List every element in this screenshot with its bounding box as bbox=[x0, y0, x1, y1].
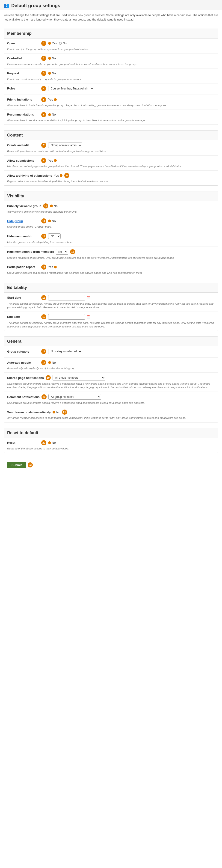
desc-create-edit: Roles with permission to create and edit… bbox=[7, 149, 215, 153]
setting-label-hide-membership-from-members: Hide membership from members bbox=[7, 250, 54, 253]
setting-label-controlled: Controlled bbox=[7, 57, 39, 60]
setting-label-send-forum-posts: Send forum posts immediately bbox=[7, 410, 51, 414]
setting-label-recommendations: Recommendations bbox=[7, 113, 39, 116]
badge-23: 23 bbox=[28, 462, 33, 467]
setting-friend-invitations: Friend invitations 5 Yes Allow members t… bbox=[4, 95, 218, 110]
setting-create-edit: Create and edit 7 Group administrators A… bbox=[4, 140, 218, 156]
setting-end-date: End date 16 📅 The group cannot be edited… bbox=[4, 312, 218, 331]
badge-4: 4 bbox=[41, 86, 46, 91]
submit-button[interactable]: Submit bbox=[7, 462, 26, 468]
section-content: Content Create and edit 7 Group administ… bbox=[4, 130, 218, 186]
desc-friend-invitations: Allow members to invite friends to join … bbox=[7, 103, 215, 107]
setting-label-participation-report: Participation report bbox=[7, 265, 39, 269]
setting-value-open: Yes bbox=[48, 41, 57, 45]
radio-dot-hide-group bbox=[48, 220, 51, 222]
shared-page-notifications-select[interactable]: All group members Group administrators a… bbox=[53, 375, 105, 380]
badge-11: 11 bbox=[41, 218, 46, 223]
setting-label-open: Open bbox=[7, 41, 39, 45]
badge-6: 6 bbox=[41, 112, 46, 117]
setting-open: Open 1 Yes No People can join the group … bbox=[4, 38, 218, 54]
badge-18: 18 bbox=[41, 360, 46, 365]
setting-label-roles: Roles bbox=[7, 87, 39, 90]
setting-label-comment-notifications: Comment notifications bbox=[7, 395, 40, 399]
setting-value-recommendations: No bbox=[48, 113, 56, 116]
setting-controlled: Controlled 2 No Group administrators can… bbox=[4, 54, 218, 68]
desc-hide-group: Hide this group on the "Groups" page. bbox=[7, 225, 215, 228]
end-date-calendar-icon[interactable]: 📅 bbox=[87, 315, 90, 319]
radio-dot-reset bbox=[48, 441, 51, 444]
setting-hide-membership: Hide membership 12 No Yes Hide the group… bbox=[4, 231, 218, 247]
badge-9: 9 bbox=[64, 173, 69, 178]
badge-5: 5 bbox=[41, 97, 46, 102]
desc-recommendations: Allow members to send a recommendation f… bbox=[7, 119, 215, 122]
radio-dot-allow-archiving bbox=[60, 174, 62, 177]
setting-roles: Roles 4 Course: Member, Tutor, Admin Sta… bbox=[4, 84, 218, 95]
section-reset: Reset to default Reset 22 No Reset all o… bbox=[4, 428, 218, 453]
badge-16: 16 bbox=[41, 314, 46, 319]
section-title-general: General bbox=[4, 337, 218, 346]
group-category-select[interactable]: No category selected bbox=[48, 349, 82, 354]
roles-select[interactable]: Course: Member, Tutor, Admin Standard St… bbox=[48, 86, 94, 91]
badge-2: 2 bbox=[41, 56, 46, 61]
badge-13: 13 bbox=[70, 249, 75, 254]
page-title: Default group settings bbox=[11, 3, 60, 8]
desc-controlled: Group administrators can add people to t… bbox=[7, 62, 215, 66]
hide-membership-from-members-select[interactable]: No Yes bbox=[56, 249, 68, 255]
setting-label-reset: Reset bbox=[7, 441, 39, 444]
hide-membership-select[interactable]: No Yes bbox=[48, 234, 61, 239]
setting-value-reset: No bbox=[48, 441, 56, 444]
setting-label-shared-page-notifications: Shared page notifications bbox=[7, 376, 44, 379]
setting-participation-report: Participation report 14 Yes Group admini… bbox=[4, 262, 218, 277]
radio-dot-auto-add-people bbox=[48, 361, 51, 364]
start-date-input[interactable] bbox=[48, 295, 85, 301]
desc-end-date: The group cannot be edited by normal gro… bbox=[7, 321, 215, 329]
setting-label-group-category: Group category bbox=[7, 350, 39, 353]
desc-hide-membership: Hide the group's membership listing from… bbox=[7, 240, 215, 244]
setting-start-date: Start date 15 📅 The group cannot be edit… bbox=[4, 292, 218, 312]
setting-value-hide-group: No bbox=[48, 219, 56, 223]
badge-15: 15 bbox=[41, 295, 46, 300]
setting-send-forum-posts: Send forum posts immediately No 21 Any g… bbox=[4, 407, 218, 422]
desc-reset: Reset all of the above options to their … bbox=[7, 447, 215, 451]
setting-value-publicly-viewable: No bbox=[50, 204, 58, 208]
desc-participation-report: Group administrators can access a report… bbox=[7, 271, 215, 275]
radio-dot-allow-submissions bbox=[54, 159, 57, 162]
section-title-editability: Editability bbox=[4, 283, 218, 292]
desc-auto-add-people: Automatically add anybody who joins the … bbox=[7, 366, 215, 370]
badge-1: 1 bbox=[41, 41, 46, 46]
setting-request: Request 3 No People can send membership … bbox=[4, 68, 218, 84]
setting-label-allow-archiving: Allow archiving of submissions bbox=[7, 174, 52, 177]
comment-notifications-select[interactable]: All group members Group administrators a… bbox=[49, 394, 101, 400]
setting-comment-notifications: Comment notifications 20 All group membe… bbox=[4, 392, 218, 407]
section-title-visibility: Visibility bbox=[4, 191, 218, 201]
badge-12: 12 bbox=[41, 234, 46, 239]
section-general: General Group category 17 No category se… bbox=[4, 337, 218, 422]
end-date-input[interactable] bbox=[48, 314, 85, 320]
create-edit-select[interactable]: Group administrators All members bbox=[48, 143, 82, 148]
radio-dot-send-forum-posts bbox=[53, 411, 55, 413]
setting-hide-membership-from-members: Hide membership from members No Yes 13 H… bbox=[4, 247, 218, 262]
desc-open: People can join the group without approv… bbox=[7, 47, 215, 51]
badge-8: 8 bbox=[41, 158, 46, 163]
setting-label-end-date: End date bbox=[7, 315, 39, 318]
radio-dot-controlled bbox=[48, 57, 51, 60]
setting-label-hide-membership: Hide membership bbox=[7, 235, 39, 238]
desc-shared-page-notifications: Select which group members should receiv… bbox=[7, 382, 215, 389]
setting-label-request: Request bbox=[7, 71, 39, 75]
setting-label-publicly-viewable: Publicly viewable group bbox=[7, 204, 41, 208]
page-intro: You can change the default settings that… bbox=[0, 10, 222, 25]
setting-label-allow-submissions: Allow submissions bbox=[7, 159, 39, 162]
page-header-icon: 👥 bbox=[4, 3, 9, 8]
start-date-calendar-icon[interactable]: 📅 bbox=[87, 296, 90, 300]
section-editability: Editability Start date 15 📅 The group ca… bbox=[4, 283, 218, 331]
section-visibility: Visibility Publicly viewable group 10 No… bbox=[4, 191, 218, 277]
submit-row: Submit 23 bbox=[4, 459, 218, 472]
desc-hide-membership-from-members: Hide the members of this group. Only gro… bbox=[7, 256, 215, 260]
radio-dot-publicly-viewable bbox=[50, 205, 53, 207]
setting-value-friend-invitations: Yes bbox=[48, 98, 57, 101]
setting-value-send-forum-posts: No bbox=[53, 410, 60, 414]
badge-17: 17 bbox=[41, 349, 46, 354]
badge-20: 20 bbox=[41, 394, 46, 399]
setting-allow-archiving: Allow archiving of submissions Yes 9 Pag… bbox=[4, 170, 218, 185]
badge-3: 3 bbox=[41, 71, 46, 76]
